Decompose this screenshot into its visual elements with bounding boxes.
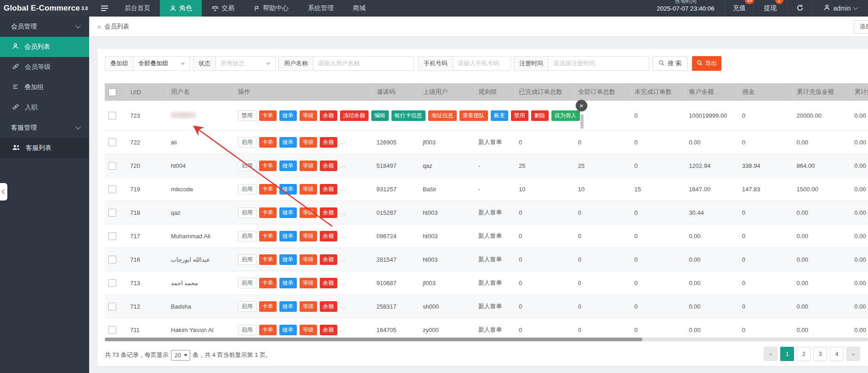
- row-checkbox[interactable]: [108, 303, 116, 310]
- action-button[interactable]: 做单: [279, 161, 297, 171]
- sidebar-item[interactable]: 客服列表: [0, 138, 89, 158]
- sidebar-item[interactable]: 叠加组: [0, 77, 89, 98]
- action-button[interactable]: 查看团队: [460, 110, 488, 121]
- action-button[interactable]: 等级: [300, 110, 317, 121]
- action-button[interactable]: 卡单: [259, 254, 277, 265]
- prev-page-button[interactable]: «: [764, 347, 777, 361]
- nav-item-4[interactable]: 帮助中心: [244, 0, 298, 17]
- action-button[interactable]: 卡单: [259, 137, 277, 148]
- action-button[interactable]: 做单: [279, 325, 297, 335]
- action-button[interactable]: 等级: [300, 278, 317, 288]
- row-checkbox[interactable]: [108, 162, 116, 170]
- sidebar-item[interactable]: 会员列表: [0, 37, 89, 57]
- nav-item-1[interactable]: 后台首页: [115, 0, 160, 17]
- per-page-select[interactable]: 20: [171, 350, 190, 361]
- sidebar-item[interactable]: 入职: [0, 98, 89, 118]
- action-button[interactable]: 做单: [279, 110, 297, 121]
- row-checkbox[interactable]: [108, 256, 116, 264]
- nav-item-5[interactable]: 系统管理: [298, 0, 343, 17]
- action-button[interactable]: 卡单: [259, 231, 277, 241]
- action-button[interactable]: 等级: [300, 207, 317, 218]
- action-button[interactable]: 启用: [238, 161, 256, 171]
- hamburger-icon[interactable]: [94, 0, 115, 17]
- nav-item-3[interactable]: 交易: [202, 0, 244, 17]
- user-menu[interactable]: admin: [812, 0, 868, 17]
- page-button-2[interactable]: 2: [797, 347, 811, 361]
- page-button-3[interactable]: 3: [813, 347, 827, 361]
- action-button[interactable]: 余额: [320, 161, 337, 171]
- action-button[interactable]: 余额: [320, 137, 337, 148]
- search-button[interactable]: 搜 索: [652, 56, 687, 71]
- recharge-menu[interactable]: 充值 99: [725, 0, 753, 17]
- action-button[interactable]: 卡单: [259, 110, 277, 121]
- action-button[interactable]: 启用: [238, 184, 256, 195]
- action-button[interactable]: 等级: [300, 161, 317, 171]
- page-button-1[interactable]: 1: [780, 347, 794, 361]
- action-button[interactable]: 启用: [238, 278, 256, 288]
- action-button[interactable]: 等级: [300, 231, 317, 241]
- action-button[interactable]: 账变: [491, 110, 508, 121]
- sidebar-group-2[interactable]: 客服管理: [0, 118, 89, 138]
- action-button[interactable]: 等级: [300, 301, 317, 312]
- action-button[interactable]: 余额: [320, 325, 337, 335]
- action-button[interactable]: 启用: [238, 207, 256, 218]
- close-icon[interactable]: ×: [576, 100, 587, 111]
- action-button[interactable]: 做单: [279, 254, 297, 265]
- row-checkbox[interactable]: [108, 209, 116, 217]
- action-button[interactable]: 等级: [300, 137, 317, 148]
- status-select[interactable]: 所有状态: [216, 56, 276, 71]
- sidebar-collapse-handle[interactable]: [0, 183, 7, 201]
- action-button[interactable]: 余额: [320, 254, 337, 265]
- action-button[interactable]: 卡单: [259, 161, 277, 171]
- action-button[interactable]: 禁用: [238, 110, 256, 121]
- action-button[interactable]: 启用: [238, 325, 256, 335]
- export-button[interactable]: 导出: [692, 56, 721, 71]
- action-button[interactable]: 做单: [279, 278, 297, 288]
- reg-time-input[interactable]: 请选择注册时间: [548, 56, 649, 71]
- select-all-checkbox[interactable]: [108, 88, 116, 96]
- withdraw-menu[interactable]: 提现 2: [753, 0, 787, 17]
- action-button[interactable]: 等级: [300, 325, 317, 335]
- overlay-group-select[interactable]: 全部叠加组: [133, 56, 190, 71]
- sidebar-item[interactable]: 会员等级: [0, 57, 89, 77]
- action-button[interactable]: 卡单: [259, 301, 277, 312]
- action-button[interactable]: 启用: [238, 301, 256, 312]
- action-button[interactable]: 冻结余额: [340, 110, 369, 121]
- action-button[interactable]: 启用: [238, 137, 256, 148]
- action-button[interactable]: 做单: [279, 301, 297, 312]
- nav-item-6[interactable]: 商城: [343, 0, 375, 17]
- action-button[interactable]: 地址信息: [428, 110, 457, 121]
- action-button[interactable]: 禁用: [511, 110, 528, 121]
- action-button[interactable]: 卡单: [259, 207, 277, 218]
- action-button[interactable]: 做单: [279, 184, 297, 195]
- action-button[interactable]: 设为假人: [551, 110, 580, 121]
- action-button[interactable]: 等级: [300, 184, 317, 195]
- action-button[interactable]: 余额: [320, 301, 337, 312]
- action-button[interactable]: 余额: [320, 110, 337, 121]
- page-button-4[interactable]: 4: [830, 347, 844, 361]
- add-member-button[interactable]: 添加会员: [854, 20, 868, 34]
- popup-scrollbar[interactable]: [580, 114, 584, 129]
- row-checkbox[interactable]: [108, 138, 116, 146]
- action-button[interactable]: 删除: [531, 110, 549, 121]
- action-button[interactable]: 卡单: [259, 325, 277, 335]
- action-button[interactable]: 余额: [320, 184, 337, 195]
- sidebar-group-1[interactable]: 会员管理: [0, 17, 89, 37]
- refresh-button[interactable]: [787, 0, 812, 17]
- action-button[interactable]: 做单: [279, 207, 297, 218]
- action-button[interactable]: 启用: [238, 254, 256, 265]
- row-checkbox[interactable]: [108, 232, 116, 240]
- username-input[interactable]: 请输入用户名称: [313, 56, 414, 71]
- action-button[interactable]: 卡单: [259, 184, 277, 195]
- action-button[interactable]: 做单: [279, 137, 297, 148]
- row-checkbox[interactable]: [108, 185, 116, 193]
- action-button[interactable]: 银行卡信息: [391, 110, 425, 121]
- row-checkbox[interactable]: [108, 326, 116, 334]
- action-button[interactable]: 等级: [300, 254, 317, 265]
- action-button[interactable]: 做单: [279, 231, 297, 241]
- nav-item-2[interactable]: 角色: [160, 0, 202, 17]
- row-checkbox[interactable]: [108, 112, 116, 120]
- phone-input[interactable]: 请输入手机号码: [453, 56, 511, 71]
- action-button[interactable]: 余额: [320, 231, 337, 241]
- table-hscrollbar-thumb[interactable]: [105, 338, 642, 341]
